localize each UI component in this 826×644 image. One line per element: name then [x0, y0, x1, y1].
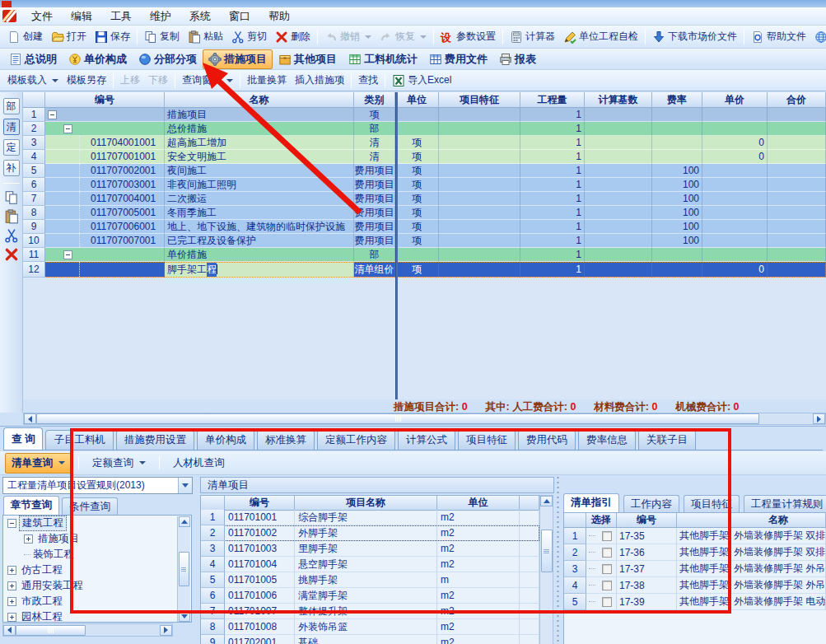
toolbar-button-其他项目[interactable]: 其他项目: [273, 49, 343, 69]
cell-code[interactable]: 17-38: [617, 577, 677, 594]
cell-price[interactable]: [702, 122, 768, 136]
cell-name[interactable]: 外墙装修脚手架 外吊: [731, 561, 826, 577]
chevron-down-icon[interactable]: [178, 478, 192, 493]
cell-select[interactable]: [586, 577, 617, 594]
checkbox[interactable]: [602, 581, 612, 590]
cell-unit[interactable]: 项: [395, 136, 439, 150]
cell-quantity[interactable]: 1: [520, 248, 585, 262]
row-number[interactable]: 3: [23, 136, 45, 150]
row-number[interactable]: 11: [23, 248, 45, 262]
chevron-down-icon[interactable]: [365, 35, 371, 39]
cell-quantity[interactable]: 1: [520, 234, 585, 248]
cell-price[interactable]: 0: [702, 136, 768, 150]
tab-清单指引[interactable]: 清单指引: [563, 493, 619, 512]
cell-price[interactable]: [702, 206, 768, 220]
grid-row[interactable]: 2总价措施部1: [23, 122, 826, 136]
cell-unit[interactable]: 项: [395, 234, 439, 248]
collapse-icon[interactable]: [63, 124, 72, 133]
toolbar-button-报表[interactable]: 报表: [493, 49, 542, 69]
toolbar-button-导入Excel[interactable]: 导入Excel: [388, 71, 455, 90]
cell-unit[interactable]: 项: [395, 262, 439, 278]
toolbar-button-分部分项[interactable]: 分部分项: [133, 49, 203, 69]
cell-price[interactable]: [702, 164, 768, 178]
cell-unit[interactable]: [395, 108, 439, 122]
grid-row[interactable]: 8011707005001冬雨季施工费用项目项1100: [23, 206, 826, 220]
cell-feature[interactable]: [439, 234, 520, 248]
cell-name[interactable]: 外墙装修脚手架 双排: [731, 544, 826, 561]
cell-total[interactable]: [768, 108, 826, 122]
cell-feature[interactable]: [439, 122, 520, 136]
cell-code[interactable]: 011701001: [225, 510, 295, 525]
cell-name[interactable]: 冬雨季施工: [165, 206, 354, 220]
cell-code[interactable]: 011707003001: [45, 178, 165, 192]
cell-price[interactable]: [702, 248, 768, 262]
cell-code[interactable]: 011707001001: [45, 150, 165, 164]
cell-name[interactable]: 总价措施: [165, 122, 354, 136]
cell-category[interactable]: 费用项目: [354, 234, 395, 248]
row-number[interactable]: 3: [201, 541, 225, 557]
cell-base[interactable]: [585, 122, 652, 136]
list-row[interactable]: 7011701007整体提升架m2: [201, 604, 539, 619]
cell-category[interactable]: 清单组价: [354, 262, 395, 278]
cell-total[interactable]: [768, 136, 826, 150]
menu-窗口[interactable]: 窗口: [221, 7, 259, 26]
row-number[interactable]: 2: [23, 122, 45, 136]
strip-button-清[interactable]: 清: [3, 119, 20, 135]
list-row[interactable]: 1011701001综合脚手架m2: [201, 510, 539, 525]
grid-row[interactable]: 11单价措施部1: [23, 248, 826, 262]
tree-node-仿古工程[interactable]: 仿古工程: [3, 562, 191, 578]
cell-unit[interactable]: 项: [395, 178, 439, 192]
cell-code[interactable]: 011707004001: [45, 192, 165, 206]
cell-name[interactable]: 外墙装修脚手架 双排: [731, 528, 826, 544]
cell-code[interactable]: 011701002: [225, 525, 295, 541]
cell-name[interactable]: 超高施工增加: [165, 136, 354, 150]
column-header-编号[interactable]: 编号: [45, 92, 165, 108]
scrollbar-thumb[interactable]: [179, 552, 189, 586]
grid-row[interactable]: 4011707001001安全文明施工清项10: [23, 150, 826, 164]
cell-price[interactable]: 0: [702, 262, 768, 278]
cell-name[interactable]: 外装饰吊篮: [295, 619, 437, 635]
cell-base[interactable]: [585, 150, 652, 164]
tree-node-园林工程[interactable]: 园林工程: [3, 609, 191, 623]
tree-node-装饰工程[interactable]: 装饰工程: [3, 547, 191, 562]
panel-splitter[interactable]: [555, 477, 561, 644]
grid-row[interactable]: 6011707003001非夜间施工照明费用项目项1100: [23, 178, 826, 192]
toolbar-button-措施项目[interactable]: 措施项目: [203, 49, 273, 69]
cell-name[interactable]: 外墙装修脚手架 外吊: [731, 577, 826, 594]
cell-total[interactable]: [768, 234, 826, 248]
cell-total[interactable]: [768, 164, 826, 178]
cell-total[interactable]: [768, 262, 826, 278]
cell-name[interactable]: 里脚手架: [295, 541, 437, 557]
cell-price[interactable]: 0: [702, 150, 768, 164]
row-number[interactable]: 5: [23, 164, 45, 178]
menu-文件[interactable]: 文件: [23, 7, 61, 26]
cell-category[interactable]: 其他脚手架: [677, 594, 731, 610]
row-number[interactable]: 2: [564, 544, 586, 561]
cell-rate[interactable]: 100: [652, 178, 702, 192]
cell-name[interactable]: 措施项目: [165, 108, 354, 122]
cell-base[interactable]: [585, 108, 652, 122]
cell-name[interactable]: 地上、地下设施、建筑物的临时保护设施: [165, 220, 354, 234]
tab-子目工料机[interactable]: 子目工料机: [45, 430, 114, 450]
cell-price[interactable]: [702, 178, 768, 192]
cell-total[interactable]: [768, 248, 826, 262]
tree-horizontal-scrollbar[interactable]: [2, 623, 173, 637]
tab-费用代码[interactable]: 费用代码: [518, 430, 576, 450]
toolbar-button-剪切[interactable]: 剪切: [227, 27, 271, 46]
row-number[interactable]: 8: [201, 619, 225, 635]
cell-code[interactable]: 011704001001: [45, 136, 165, 150]
cell-unit[interactable]: m2: [437, 619, 520, 635]
strip-delete-icon[interactable]: [4, 247, 19, 262]
column-header-计算基数[interactable]: 计算基数: [585, 92, 652, 108]
cell-rate[interactable]: [652, 136, 702, 150]
column-header-项目名称[interactable]: 项目名称: [295, 496, 437, 511]
guide-row[interactable]: 217-36其他脚手架外墙装修脚手架 双排: [564, 544, 826, 561]
cell-total[interactable]: [768, 192, 826, 206]
toolbar-button-创建[interactable]: 创建: [3, 27, 47, 46]
cell-feature[interactable]: [439, 108, 520, 122]
toolbar-button-复制[interactable]: 复制: [140, 27, 184, 46]
query-button-清单查询[interactable]: 清单查询: [5, 453, 72, 474]
cell-base[interactable]: [585, 234, 652, 248]
tab-章节查询[interactable]: 章节查询: [3, 496, 59, 515]
cell-code[interactable]: 011702001: [225, 635, 295, 644]
